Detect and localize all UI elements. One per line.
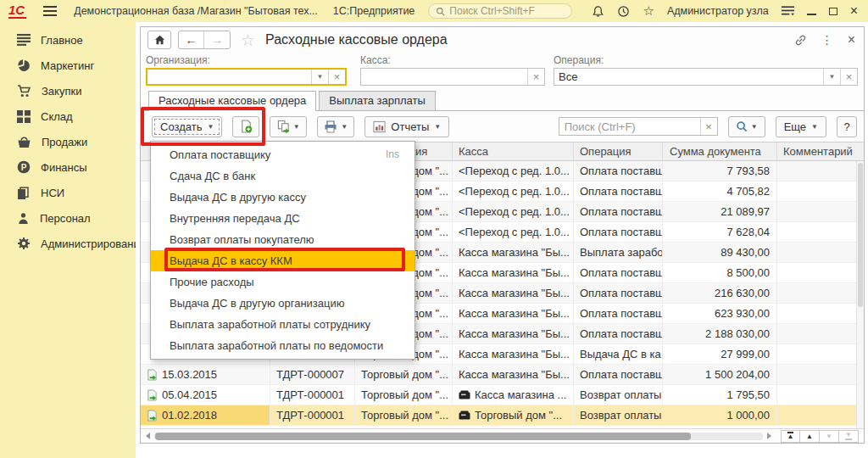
menu-item-vnutrennyaya-peredacha-ds[interactable]: Внутренняя передача ДС: [151, 208, 415, 229]
kassa-filter-label: Касса:: [360, 54, 545, 66]
service-menu-icon[interactable]: [782, 6, 794, 16]
table-row[interactable]: 15.03.2015 ТДРТ-000007Торговый дом "...К…: [141, 365, 856, 385]
copy-document-button[interactable]: ▼: [270, 116, 307, 137]
app-close-button[interactable]: ×: [850, 6, 858, 16]
menu-item-vozvrat-oplaty-pokupatelyu[interactable]: Возврат оплаты покупателю: [151, 229, 415, 250]
notifications-bell-icon[interactable]: [592, 5, 604, 18]
sidebar-item-personal[interactable]: Персонал: [0, 205, 136, 231]
column-header-comment[interactable]: Комментарий: [777, 142, 864, 160]
list-search-placeholder: Поиск (Ctrl+F): [559, 120, 700, 133]
organization-filter-label: Организация:: [146, 54, 347, 66]
column-header-sum[interactable]: Сумма документа: [663, 142, 777, 160]
report-chart-icon: [373, 120, 386, 133]
scroll-right-icon[interactable]: [767, 433, 771, 439]
menu-item-vyplata-zp-sotrudniku[interactable]: Выплата заработной платы сотруднику: [151, 314, 415, 335]
horizontal-scrollbar[interactable]: [154, 433, 763, 440]
table-row-selected[interactable]: 01.02.2018 ТДРТ-000001Торговый дом "... …: [141, 405, 856, 426]
scroll-left-icon[interactable]: [146, 433, 150, 439]
column-header-kassa[interactable]: Касса: [453, 142, 574, 160]
global-search-input[interactable]: Поиск Ctrl+Shift+F: [428, 3, 572, 19]
print-button[interactable]: ▼: [317, 116, 354, 137]
operation-clear-icon[interactable]: ×: [840, 69, 857, 85]
get-link-icon[interactable]: [794, 34, 807, 47]
menu-item-oplata-postavshchiku[interactable]: Оплата поставщику Ins: [151, 144, 415, 165]
app-name: 1С:Предприятие: [333, 5, 415, 17]
global-search-placeholder: Поиск Ctrl+Shift+F: [449, 5, 535, 17]
help-button[interactable]: ?: [837, 116, 857, 137]
sidebar-item-glavnoe[interactable]: Главное: [0, 27, 136, 53]
organization-clear-icon[interactable]: ×: [328, 70, 345, 84]
sidebar-item-administrirovanie[interactable]: Администрирование: [0, 231, 136, 256]
person-icon: [17, 212, 30, 225]
row-navigation-buttons: ▲ ▲ ▼ ▼: [781, 430, 859, 443]
kassa-filter-input[interactable]: ×: [360, 68, 545, 86]
home-button[interactable]: [147, 31, 171, 49]
go-prev-row-button[interactable]: ▲: [800, 430, 820, 443]
page-title: Расходные кассовые ордера: [265, 32, 448, 47]
menu-item-vydacha-ds-v-kassu-kkm[interactable]: Выдача ДС в кассу ККМ: [151, 250, 415, 271]
maximize-button[interactable]: [829, 8, 837, 15]
column-header-operation[interactable]: Операция: [574, 142, 663, 160]
sidebar-item-zakupki[interactable]: Закупки: [0, 78, 136, 103]
tab-vyplata-zarplaty[interactable]: Выплата зарплаты: [319, 91, 436, 110]
vertical-scrollbar[interactable]: [856, 161, 864, 428]
nav-back-button[interactable]: ←: [179, 31, 204, 48]
menu-item-sdacha-ds-v-bank[interactable]: Сдача ДС в банк: [151, 165, 415, 187]
more-actions-kebab-icon[interactable]: ⋮: [821, 33, 833, 47]
copy-icon: [277, 120, 290, 133]
filter-panel: Организация: ▼ × Касса: × Операция: Все: [141, 53, 864, 91]
organization-filter-input[interactable]: ▼ ×: [146, 68, 347, 86]
go-first-row-button[interactable]: ▲: [781, 430, 800, 443]
svg-text:Р: Р: [21, 163, 27, 172]
search-icon: [436, 7, 445, 16]
sidebar: Главное Маркетинг Закупки Склад Продажи …: [0, 22, 136, 458]
posted-document-icon: [147, 389, 158, 401]
app-titlebar: 1С Демонстрационная база /Магазин "Бытов…: [0, 0, 868, 22]
operation-filter-input[interactable]: Все ▼ ×: [554, 68, 858, 86]
menu-item-vyplata-zp-po-vedomosti[interactable]: Выплата заработной платы по ведомости: [151, 335, 415, 356]
operation-dropdown-icon[interactable]: ▼: [823, 69, 840, 85]
table-row[interactable]: 05.04.2015 ТДРТ-000001Торговый дом "... …: [141, 385, 856, 405]
go-last-row-button[interactable]: ▼: [839, 430, 859, 443]
nav-forward-button[interactable]: →: [204, 31, 230, 48]
menu-item-prochie-raskhody[interactable]: Прочие расходы: [151, 271, 415, 293]
current-user-label[interactable]: Администратор узла: [667, 5, 769, 17]
reports-button[interactable]: Отчеты▼: [364, 116, 449, 137]
go-next-row-button[interactable]: ▼: [820, 430, 839, 443]
create-dropdown-menu: Оплата поставщику Ins Сдача ДС в банк Вы…: [150, 141, 415, 360]
sidebar-item-marketing[interactable]: Маркетинг: [0, 53, 136, 78]
cash-register-icon: [459, 390, 470, 399]
add-document-button[interactable]: [232, 116, 259, 137]
minimize-button[interactable]: [807, 7, 816, 15]
menu-item-vydacha-ds-v-druguyu-organizatsiyu[interactable]: Выдача ДС в другую организацию: [151, 293, 415, 314]
warehouse-grid-icon: [17, 110, 31, 123]
operation-filter-label: Операция:: [554, 54, 858, 66]
create-button[interactable]: Создать▼: [152, 116, 222, 137]
home-icon: [154, 35, 165, 45]
pie-chart-icon: [17, 59, 31, 72]
new-document-icon: [240, 120, 253, 133]
organization-dropdown-icon[interactable]: ▼: [311, 70, 328, 84]
more-button[interactable]: Еще▼: [776, 116, 826, 137]
sidebar-item-finansy[interactable]: Р Финансы: [0, 154, 136, 180]
kassa-clear-icon[interactable]: ×: [527, 69, 544, 85]
sidebar-item-prodazhi[interactable]: Продажи: [0, 129, 136, 154]
window-close-button[interactable]: ×: [848, 34, 855, 46]
history-icon[interactable]: [617, 5, 630, 18]
cart-icon: [17, 85, 31, 98]
sidebar-item-sklad[interactable]: Склад: [0, 103, 136, 129]
tab-rashodnye-kassovye-ordera[interactable]: Расходные кассовые ордера: [148, 91, 316, 111]
favorites-star-icon[interactable]: ☆: [643, 5, 654, 17]
hamburger-menu-icon[interactable]: [43, 6, 57, 16]
cash-register-icon: [459, 411, 470, 420]
1c-logo-icon: 1С: [8, 3, 26, 19]
search-options-button[interactable]: ▼: [728, 116, 765, 137]
add-favorite-star-icon[interactable]: ☆: [241, 31, 255, 50]
list-toolbar: Создать▼ ▼ ▼ Отчеты▼ Поиск (Ctrl+F) ×: [141, 111, 864, 142]
list-search-input[interactable]: Поиск (Ctrl+F) ×: [559, 117, 718, 136]
menu-item-vydacha-ds-v-druguyu-kassu[interactable]: Выдача ДС в другую кассу: [151, 187, 415, 208]
posted-document-icon: [147, 410, 158, 422]
sidebar-item-nsi[interactable]: НСИ: [0, 180, 136, 205]
list-search-clear-icon[interactable]: ×: [700, 118, 717, 135]
horizontal-scroll-row: ▲ ▲ ▼ ▼: [141, 428, 864, 443]
